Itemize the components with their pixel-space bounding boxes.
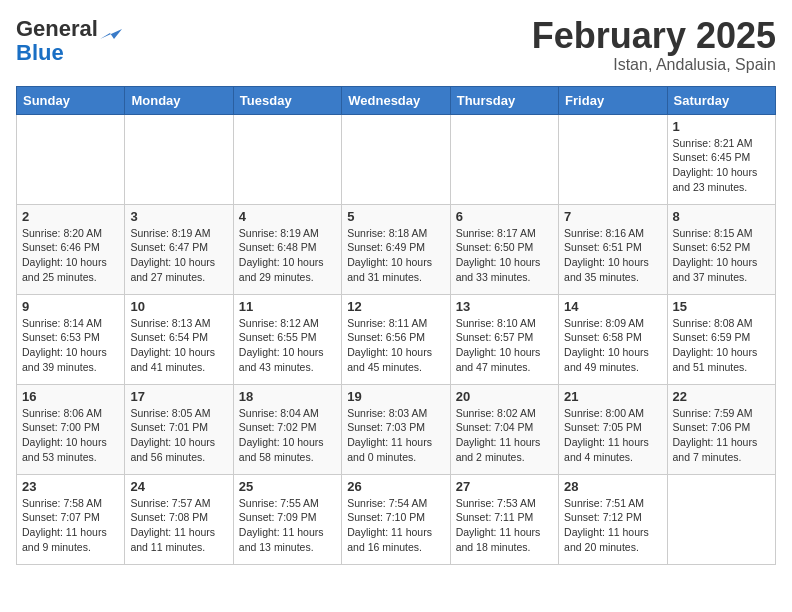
day-cell: 22Sunrise: 7:59 AM Sunset: 7:06 PM Dayli… <box>667 384 775 474</box>
day-number: 4 <box>239 209 336 224</box>
day-cell: 17Sunrise: 8:05 AM Sunset: 7:01 PM Dayli… <box>125 384 233 474</box>
day-number: 26 <box>347 479 444 494</box>
day-cell: 4Sunrise: 8:19 AM Sunset: 6:48 PM Daylig… <box>233 204 341 294</box>
day-info: Sunrise: 8:12 AM Sunset: 6:55 PM Dayligh… <box>239 316 336 375</box>
day-info: Sunrise: 8:18 AM Sunset: 6:49 PM Dayligh… <box>347 226 444 285</box>
day-info: Sunrise: 8:15 AM Sunset: 6:52 PM Dayligh… <box>673 226 770 285</box>
day-info: Sunrise: 7:57 AM Sunset: 7:08 PM Dayligh… <box>130 496 227 555</box>
day-number: 19 <box>347 389 444 404</box>
weekday-monday: Monday <box>125 86 233 114</box>
logo-blue: Blue <box>16 42 64 64</box>
day-cell: 3Sunrise: 8:19 AM Sunset: 6:47 PM Daylig… <box>125 204 233 294</box>
day-number: 3 <box>130 209 227 224</box>
week-row-1: 1Sunrise: 8:21 AM Sunset: 6:45 PM Daylig… <box>17 114 776 204</box>
day-number: 28 <box>564 479 661 494</box>
day-cell: 1Sunrise: 8:21 AM Sunset: 6:45 PM Daylig… <box>667 114 775 204</box>
day-number: 23 <box>22 479 119 494</box>
day-info: Sunrise: 8:19 AM Sunset: 6:47 PM Dayligh… <box>130 226 227 285</box>
day-cell: 25Sunrise: 7:55 AM Sunset: 7:09 PM Dayli… <box>233 474 341 564</box>
day-cell <box>559 114 667 204</box>
day-cell <box>667 474 775 564</box>
weekday-saturday: Saturday <box>667 86 775 114</box>
day-number: 24 <box>130 479 227 494</box>
week-row-4: 16Sunrise: 8:06 AM Sunset: 7:00 PM Dayli… <box>17 384 776 474</box>
day-info: Sunrise: 8:19 AM Sunset: 6:48 PM Dayligh… <box>239 226 336 285</box>
day-number: 25 <box>239 479 336 494</box>
day-cell: 24Sunrise: 7:57 AM Sunset: 7:08 PM Dayli… <box>125 474 233 564</box>
day-cell: 5Sunrise: 8:18 AM Sunset: 6:49 PM Daylig… <box>342 204 450 294</box>
day-cell <box>342 114 450 204</box>
day-info: Sunrise: 8:00 AM Sunset: 7:05 PM Dayligh… <box>564 406 661 465</box>
day-number: 5 <box>347 209 444 224</box>
day-info: Sunrise: 8:04 AM Sunset: 7:02 PM Dayligh… <box>239 406 336 465</box>
day-cell: 9Sunrise: 8:14 AM Sunset: 6:53 PM Daylig… <box>17 294 125 384</box>
day-cell: 7Sunrise: 8:16 AM Sunset: 6:51 PM Daylig… <box>559 204 667 294</box>
weekday-wednesday: Wednesday <box>342 86 450 114</box>
day-info: Sunrise: 7:53 AM Sunset: 7:11 PM Dayligh… <box>456 496 553 555</box>
day-info: Sunrise: 7:51 AM Sunset: 7:12 PM Dayligh… <box>564 496 661 555</box>
location-title: Istan, Andalusia, Spain <box>532 56 776 74</box>
day-info: Sunrise: 8:11 AM Sunset: 6:56 PM Dayligh… <box>347 316 444 375</box>
week-row-3: 9Sunrise: 8:14 AM Sunset: 6:53 PM Daylig… <box>17 294 776 384</box>
day-number: 15 <box>673 299 770 314</box>
day-number: 11 <box>239 299 336 314</box>
day-cell: 14Sunrise: 8:09 AM Sunset: 6:58 PM Dayli… <box>559 294 667 384</box>
day-number: 22 <box>673 389 770 404</box>
day-cell: 20Sunrise: 8:02 AM Sunset: 7:04 PM Dayli… <box>450 384 558 474</box>
day-number: 6 <box>456 209 553 224</box>
day-number: 21 <box>564 389 661 404</box>
day-cell <box>17 114 125 204</box>
day-number: 8 <box>673 209 770 224</box>
day-number: 20 <box>456 389 553 404</box>
weekday-header-row: SundayMondayTuesdayWednesdayThursdayFrid… <box>17 86 776 114</box>
day-cell <box>125 114 233 204</box>
day-info: Sunrise: 8:17 AM Sunset: 6:50 PM Dayligh… <box>456 226 553 285</box>
day-cell: 27Sunrise: 7:53 AM Sunset: 7:11 PM Dayli… <box>450 474 558 564</box>
day-number: 9 <box>22 299 119 314</box>
day-info: Sunrise: 8:14 AM Sunset: 6:53 PM Dayligh… <box>22 316 119 375</box>
day-cell: 12Sunrise: 8:11 AM Sunset: 6:56 PM Dayli… <box>342 294 450 384</box>
day-cell: 11Sunrise: 8:12 AM Sunset: 6:55 PM Dayli… <box>233 294 341 384</box>
day-cell: 28Sunrise: 7:51 AM Sunset: 7:12 PM Dayli… <box>559 474 667 564</box>
day-info: Sunrise: 8:21 AM Sunset: 6:45 PM Dayligh… <box>673 136 770 195</box>
day-cell: 2Sunrise: 8:20 AM Sunset: 6:46 PM Daylig… <box>17 204 125 294</box>
week-row-5: 23Sunrise: 7:58 AM Sunset: 7:07 PM Dayli… <box>17 474 776 564</box>
title-area: February 2025 Istan, Andalusia, Spain <box>532 16 776 74</box>
day-cell: 26Sunrise: 7:54 AM Sunset: 7:10 PM Dayli… <box>342 474 450 564</box>
svg-marker-0 <box>100 29 122 39</box>
weekday-friday: Friday <box>559 86 667 114</box>
day-number: 7 <box>564 209 661 224</box>
day-cell: 23Sunrise: 7:58 AM Sunset: 7:07 PM Dayli… <box>17 474 125 564</box>
day-info: Sunrise: 7:54 AM Sunset: 7:10 PM Dayligh… <box>347 496 444 555</box>
day-number: 2 <box>22 209 119 224</box>
logo: General Blue <box>16 16 122 64</box>
weekday-sunday: Sunday <box>17 86 125 114</box>
day-info: Sunrise: 7:59 AM Sunset: 7:06 PM Dayligh… <box>673 406 770 465</box>
day-cell: 10Sunrise: 8:13 AM Sunset: 6:54 PM Dayli… <box>125 294 233 384</box>
day-info: Sunrise: 8:03 AM Sunset: 7:03 PM Dayligh… <box>347 406 444 465</box>
day-number: 16 <box>22 389 119 404</box>
day-cell: 6Sunrise: 8:17 AM Sunset: 6:50 PM Daylig… <box>450 204 558 294</box>
day-cell: 19Sunrise: 8:03 AM Sunset: 7:03 PM Dayli… <box>342 384 450 474</box>
day-info: Sunrise: 8:10 AM Sunset: 6:57 PM Dayligh… <box>456 316 553 375</box>
day-cell: 16Sunrise: 8:06 AM Sunset: 7:00 PM Dayli… <box>17 384 125 474</box>
day-number: 18 <box>239 389 336 404</box>
day-number: 13 <box>456 299 553 314</box>
day-number: 1 <box>673 119 770 134</box>
calendar-body: 1Sunrise: 8:21 AM Sunset: 6:45 PM Daylig… <box>17 114 776 564</box>
day-info: Sunrise: 8:08 AM Sunset: 6:59 PM Dayligh… <box>673 316 770 375</box>
day-info: Sunrise: 8:20 AM Sunset: 6:46 PM Dayligh… <box>22 226 119 285</box>
day-cell: 13Sunrise: 8:10 AM Sunset: 6:57 PM Dayli… <box>450 294 558 384</box>
day-info: Sunrise: 8:09 AM Sunset: 6:58 PM Dayligh… <box>564 316 661 375</box>
day-number: 12 <box>347 299 444 314</box>
week-row-2: 2Sunrise: 8:20 AM Sunset: 6:46 PM Daylig… <box>17 204 776 294</box>
logo-bird-icon <box>100 21 122 39</box>
day-info: Sunrise: 8:02 AM Sunset: 7:04 PM Dayligh… <box>456 406 553 465</box>
day-cell: 15Sunrise: 8:08 AM Sunset: 6:59 PM Dayli… <box>667 294 775 384</box>
header: General Blue February 2025 Istan, Andalu… <box>16 16 776 74</box>
month-title: February 2025 <box>532 16 776 56</box>
day-info: Sunrise: 7:58 AM Sunset: 7:07 PM Dayligh… <box>22 496 119 555</box>
day-info: Sunrise: 8:16 AM Sunset: 6:51 PM Dayligh… <box>564 226 661 285</box>
day-cell <box>450 114 558 204</box>
calendar-table: SundayMondayTuesdayWednesdayThursdayFrid… <box>16 86 776 565</box>
